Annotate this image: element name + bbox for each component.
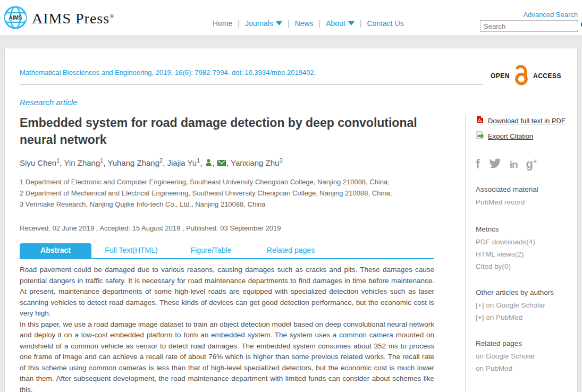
section-title: Associated material	[476, 185, 569, 193]
article-main: Embedded system for road damage detectio…	[20, 114, 434, 392]
abstract-paragraph: Road pavement could be damaged due to va…	[20, 265, 434, 319]
globe-icon: AIMS	[3, 5, 28, 32]
sidebar-link[interactable]: HTML views(2)	[476, 248, 569, 260]
chevron-down-icon	[348, 21, 355, 25]
search-box	[480, 20, 578, 32]
author: Jiajia Yu	[167, 158, 197, 167]
section-metrics: Metrics PDF downloads(4)HTML views(2)Cit…	[476, 225, 569, 272]
sidebar-link[interactable]: [+] on PubMed	[476, 311, 569, 323]
section-links: on Google Scholaron PubMed	[476, 350, 569, 374]
linkedin-icon[interactable]: in	[510, 159, 518, 171]
chevron-down-icon	[276, 21, 282, 25]
journal-citation-link[interactable]: Mathematical Biosciences and Engineering…	[20, 69, 316, 76]
author-separator: ,	[213, 158, 215, 167]
sidebar-link[interactable]: PDF downloads(4)	[476, 236, 569, 248]
nav-about[interactable]: About	[326, 19, 355, 28]
email-icon[interactable]	[217, 159, 226, 168]
open-access-open-label: OPEN	[491, 72, 510, 80]
registered-mark: ®	[109, 13, 114, 19]
nav-news[interactable]: News	[295, 19, 314, 28]
section-links: PDF downloads(4)HTML views(2)Cited by(0)	[476, 236, 569, 272]
nav-separator: |	[360, 19, 362, 28]
section-title: Other articles by authors	[476, 288, 569, 296]
tab-full-text[interactable]: Full Text(HTML)	[91, 243, 171, 258]
sidebar-link[interactable]: PubMed record	[476, 196, 569, 208]
tab-abstract[interactable]: Abstract	[20, 243, 91, 258]
nav-separator: |	[238, 19, 240, 28]
affiliation: 3 Verimake Research, Nanjing Qujike Info…	[20, 199, 434, 210]
googleplus-icon[interactable]: g+	[526, 157, 537, 171]
nav-home[interactable]: Home	[213, 19, 232, 28]
section-associated-material: Associated material PubMed record	[476, 185, 569, 208]
sidebar-link[interactable]: on PubMed	[476, 362, 569, 374]
advanced-search-link[interactable]: Advanced Search	[523, 11, 578, 19]
article-type-label: Research article	[20, 98, 569, 107]
section-title: Metrics	[476, 225, 569, 233]
section-related-pages: Related pages on Google Scholaron PubMed	[476, 339, 569, 374]
journal-row: Mathematical Biosciences and Engineering…	[20, 64, 569, 88]
page-title: Embedded system for road damage detectio…	[20, 114, 434, 148]
sidebar-link[interactable]: Cited by(0)	[476, 260, 569, 272]
nav-journals[interactable]: Journals	[245, 19, 282, 28]
export-citation-row: Export Citation	[476, 131, 569, 141]
affiliation-list: 1 Department of Electronic and Computer …	[20, 176, 434, 210]
section-links: PubMed record	[476, 196, 569, 208]
social-share-row: f in g+	[476, 157, 569, 172]
abstract-text: Road pavement could be damaged due to va…	[20, 265, 434, 392]
export-citation-link[interactable]: Export Citation	[488, 132, 533, 140]
journal-line-wrap: Mathematical Biosciences and Engineering…	[20, 67, 483, 85]
author-separator: ,	[103, 158, 105, 167]
download-pdf-row: Download full text in PDF	[476, 115, 569, 126]
search-input[interactable]	[480, 22, 580, 30]
export-citation-icon	[476, 131, 484, 141]
logo-wordmark: AIMS Press®	[32, 10, 115, 27]
open-access-logo: OPEN ACCESS	[491, 64, 569, 88]
svg-text:AIMS: AIMS	[9, 15, 22, 21]
download-pdf-link[interactable]: Download full text in PDF	[488, 117, 566, 125]
article-tabs: Abstract Full Text(HTML) Figure/Table Re…	[20, 243, 434, 259]
nav-separator: |	[319, 19, 321, 28]
author-separator: ,	[60, 158, 62, 167]
open-access-access-label: ACCESS	[533, 72, 561, 80]
author-line: Siyu Chen1, Yin Zhang1, Yuhang Zhang2, J…	[20, 157, 434, 168]
sidebar-link[interactable]: on Google Scholar	[476, 350, 569, 362]
author-separator: ,	[226, 158, 229, 167]
article-card: Mathematical Biosciences and Engineering…	[4, 48, 578, 392]
aims-press-logo[interactable]: AIMS AIMS Press®	[3, 5, 115, 32]
author-separator: ,	[163, 158, 165, 167]
author-separator: ,	[200, 158, 202, 167]
abstract-paragraph: In this paper, we use a road damage imag…	[20, 319, 434, 392]
nav-separator: |	[288, 19, 290, 28]
section-links: [+] on Google Scholar[+] on PubMed	[476, 299, 569, 323]
author: Siyu Chen	[20, 158, 56, 167]
author-affil-sup: 3	[279, 157, 282, 164]
site-header: AIMS AIMS Press® Home|Journals|News|Abou…	[0, 0, 582, 35]
corresponding-author-icon[interactable]	[205, 159, 212, 168]
section-other-articles: Other articles by authors [+] on Google …	[476, 288, 569, 323]
twitter-icon[interactable]	[488, 158, 501, 171]
sidebar-link[interactable]: [+] on Google Scholar	[476, 299, 569, 311]
nav-contact-us[interactable]: Contact Us	[367, 19, 403, 28]
author: Yin Zhang	[64, 158, 100, 167]
affiliation: 1 Department of Electronic and Computer …	[20, 176, 434, 188]
tab-figure-table[interactable]: Figure/Table	[171, 243, 251, 258]
author: Yuhang Zhang	[107, 158, 159, 167]
author: Yanxiang Zhu	[231, 158, 279, 167]
tab-related-pages[interactable]: Related pages	[251, 243, 331, 258]
facebook-icon[interactable]: f	[476, 157, 480, 172]
affiliation: 2 Department of Mechanical and Electrica…	[20, 188, 434, 199]
main-nav: Home|Journals|News|About|Contact Us	[213, 19, 404, 28]
open-lock-icon	[512, 64, 530, 88]
article-sidebar: Download full text in PDF Export Citatio…	[465, 114, 569, 392]
section-title: Related pages	[476, 339, 569, 347]
article-dates: Received: 02 June 2019 , Accepted: 15 Au…	[20, 224, 434, 232]
pdf-file-icon	[476, 115, 484, 126]
